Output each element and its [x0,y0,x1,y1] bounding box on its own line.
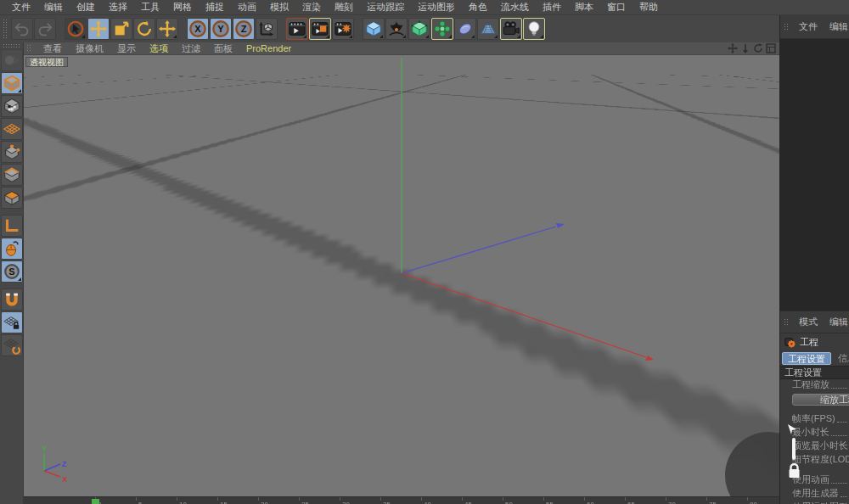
enable-axis-button[interactable] [1,215,23,237]
pan-view-icon[interactable] [728,43,738,53]
live-selection-button[interactable] [65,18,87,40]
attribute-section-header[interactable]: 工程设置 [780,366,849,379]
x-axis-lock-button[interactable]: X [187,18,209,40]
add-deformer-button[interactable] [454,18,476,40]
toolbar-grip[interactable] [3,19,8,39]
object-manager-menu-item[interactable]: 文件 [793,20,824,33]
view-label[interactable]: 透视视图 [25,57,68,67]
attribute-manager-grip[interactable] [784,318,790,327]
snap-s-mode-button[interactable]: S [1,260,23,283]
edges-mode-button[interactable] [1,164,23,186]
menu-item[interactable]: 流水线 [494,1,536,14]
object-manager-list[interactable] [780,39,849,311]
points-mode-button[interactable] [1,141,23,163]
render-view-button[interactable] [286,18,308,40]
menu-item[interactable]: 模拟 [263,1,295,14]
add-mograph-button[interactable] [431,18,453,40]
add-camera-button[interactable] [500,18,522,40]
render-settings-icon [334,20,352,38]
add-spline-button[interactable] [385,18,408,40]
attribute-manager-menu-item[interactable]: 模式 [793,316,824,328]
live-selection-icon [66,20,85,38]
menu-item[interactable]: 窗口 [600,1,633,14]
timeline-strip[interactable]: 05101520253035404550556065707580 [24,496,779,504]
make-editable-button[interactable] [1,49,23,71]
rotate-tool-button[interactable] [133,18,155,40]
viewport-menu-item[interactable]: 选项 [143,42,175,55]
scale-project-button[interactable]: 缩放工程 [792,394,849,406]
z-axis-lock-button[interactable]: Z [233,18,255,40]
coordinate-system-button[interactable] [256,18,278,40]
add-environment-button[interactable] [477,18,499,40]
object-manager-menu-item[interactable]: 编辑 [824,20,849,33]
make-editable-icon [3,51,21,70]
render-settings-button[interactable] [332,18,354,40]
menu-item[interactable]: 角色 [462,1,494,14]
menu-item[interactable]: 插件 [536,1,568,14]
last-tool-button[interactable] [156,18,178,40]
attribute-manager-menu-item[interactable]: 编辑 [824,316,849,328]
menu-item[interactable]: 网格 [166,1,199,14]
model-mode-button[interactable] [1,72,23,94]
add-primitive-button[interactable] [363,18,385,40]
polygons-mode-icon [3,188,21,207]
cursor-bar [792,438,796,460]
viewport-menu-item[interactable]: 查看 [37,42,69,55]
modes-sidebar: S [0,42,24,504]
menu-item[interactable]: 雕刻 [328,1,360,14]
render-picture-viewer-button[interactable] [309,18,331,40]
menu-item[interactable]: 运动跟踪 [360,1,411,14]
viewport-menu-item[interactable]: 面板 [207,42,239,55]
attribute-tab[interactable]: 工程设置 [782,352,831,365]
polygons-mode-button[interactable] [1,187,23,209]
floor-environment-icon [479,20,498,38]
viewport-menu-item[interactable]: 摄像机 [69,42,110,55]
move-tool-button[interactable] [87,18,110,40]
current-frame-marker[interactable] [92,499,99,504]
sidebar-grip[interactable] [3,43,21,48]
rotate-view-icon[interactable] [753,43,763,53]
viewport-menu-item[interactable]: ProRender [239,43,298,53]
viewport-menu-item[interactable]: 显示 [110,42,143,55]
viewport-menu-item[interactable]: 过滤 [175,42,207,55]
object-manager-grip[interactable] [784,23,790,31]
redo-button[interactable] [34,18,56,40]
menu-item[interactable]: 工具 [134,1,166,14]
render-view-icon [288,20,306,38]
menu-item[interactable]: 渲染 [295,1,328,14]
mouse-icon [3,239,21,258]
lock-workplane-button[interactable] [1,311,23,333]
undo-button[interactable] [11,18,33,40]
cube-primitive-icon [364,20,383,38]
menu-item[interactable]: 帮助 [633,1,665,14]
texture-mode-button[interactable] [1,95,23,117]
menu-item[interactable]: 文件 [5,1,37,14]
menu-item[interactable]: 脚本 [568,1,600,14]
object-manager-menubar: 文件编辑查看 [780,15,849,39]
y-axis-lock-button[interactable]: Y [210,18,232,40]
toggle-view-icon[interactable] [766,43,776,53]
zoom-view-icon[interactable] [740,43,751,53]
attribute-tab[interactable]: 信息 [833,352,849,365]
menu-item[interactable]: 捕捉 [199,1,231,14]
menu-item[interactable]: 运动图形 [411,1,462,14]
undo-icon [13,20,31,38]
menu-item[interactable]: 编辑 [37,1,70,14]
main-menubar: 文件编辑创建选择工具网格捕捉动画模拟渲染雕刻运动跟踪运动图形角色流水线插件脚本窗… [0,0,849,15]
menu-item[interactable]: 创建 [70,1,102,14]
menu-item[interactable]: 选择 [102,1,134,14]
viewport-solo-button[interactable] [1,238,23,260]
add-light-button[interactable] [523,18,545,40]
workplane-rotate-button[interactable] [1,334,23,356]
enable-snap-button[interactable] [1,288,23,311]
y-axis-letter: Y [217,24,223,34]
add-subdivision-surface-button[interactable] [408,18,430,40]
attribute-tabs: 工程设置信息 [780,351,849,366]
viewport-menubar-grip[interactable] [26,44,32,53]
scale-tool-button[interactable] [110,18,132,40]
lock-artifact-icon [790,464,800,478]
perspective-viewport[interactable]: Y Z X 透视视图 [24,55,779,496]
workplane-mode-button[interactable] [1,118,23,140]
menu-item[interactable]: 动画 [231,1,263,14]
x-axis-line [402,273,646,357]
